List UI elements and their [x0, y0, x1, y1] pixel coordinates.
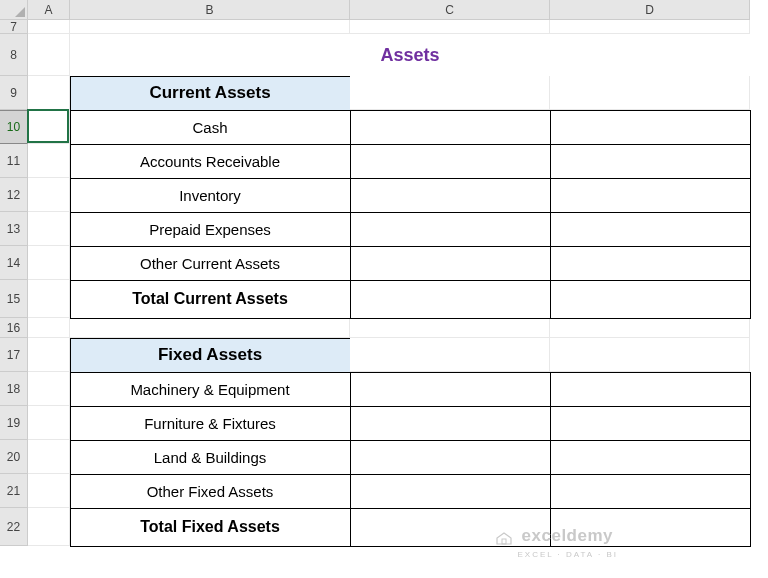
- cell[interactable]: [550, 338, 750, 372]
- total-value-cell[interactable]: [350, 508, 551, 547]
- value-cell[interactable]: [550, 440, 751, 475]
- value-cell[interactable]: [350, 474, 551, 509]
- row-header-13[interactable]: 13: [0, 212, 28, 246]
- cell[interactable]: [28, 76, 70, 110]
- row-header-22[interactable]: 22: [0, 508, 28, 546]
- value-cell[interactable]: [350, 144, 551, 179]
- value-cell[interactable]: [550, 474, 751, 509]
- row-header-21[interactable]: 21: [0, 474, 28, 508]
- cell[interactable]: [550, 318, 750, 338]
- row-header-19[interactable]: 19: [0, 406, 28, 440]
- value-cell[interactable]: [550, 178, 751, 213]
- section-header: Current Assets: [70, 76, 351, 111]
- total-value-cell[interactable]: [350, 280, 551, 319]
- line-item-label[interactable]: Furniture & Fixtures: [70, 406, 351, 441]
- line-item-label[interactable]: Prepaid Expenses: [70, 212, 351, 247]
- value-cell[interactable]: [350, 246, 551, 281]
- value-cell[interactable]: [350, 110, 551, 145]
- page-title: Assets: [70, 34, 750, 76]
- col-header-d[interactable]: D: [550, 0, 750, 20]
- row-header-10[interactable]: 10: [0, 110, 28, 144]
- row-header-7[interactable]: 7: [0, 20, 28, 34]
- cell[interactable]: [28, 474, 70, 508]
- row-header-8[interactable]: 8: [0, 34, 28, 76]
- cell[interactable]: [28, 406, 70, 440]
- cell[interactable]: [28, 212, 70, 246]
- cell[interactable]: [28, 144, 70, 178]
- section-header: Fixed Assets: [70, 338, 351, 373]
- row-header-18[interactable]: 18: [0, 372, 28, 406]
- spreadsheet-grid[interactable]: ABCD78910111213141516171819202122AssetsC…: [0, 0, 768, 546]
- value-cell[interactable]: [550, 372, 751, 407]
- value-cell[interactable]: [350, 372, 551, 407]
- section-total-label: Total Current Assets: [70, 280, 351, 319]
- cell[interactable]: [28, 440, 70, 474]
- row-header-15[interactable]: 15: [0, 280, 28, 318]
- cell[interactable]: [28, 372, 70, 406]
- cell[interactable]: [28, 338, 70, 372]
- watermark-tag: EXCEL · DATA · BI: [517, 550, 618, 559]
- select-all-corner[interactable]: [0, 0, 28, 20]
- value-cell[interactable]: [350, 440, 551, 475]
- value-cell[interactable]: [550, 144, 751, 179]
- cell[interactable]: [70, 20, 350, 34]
- cell[interactable]: [550, 20, 750, 34]
- line-item-label[interactable]: Cash: [70, 110, 351, 145]
- cell[interactable]: [28, 246, 70, 280]
- total-value-cell[interactable]: [550, 280, 751, 319]
- col-header-c[interactable]: C: [350, 0, 550, 20]
- cell[interactable]: [550, 76, 750, 110]
- row-header-17[interactable]: 17: [0, 338, 28, 372]
- value-cell[interactable]: [550, 212, 751, 247]
- value-cell[interactable]: [550, 406, 751, 441]
- line-item-label[interactable]: Other Current Assets: [70, 246, 351, 281]
- cell[interactable]: [350, 318, 550, 338]
- row-header-9[interactable]: 9: [0, 76, 28, 110]
- cell[interactable]: [28, 178, 70, 212]
- value-cell[interactable]: [350, 406, 551, 441]
- col-header-a[interactable]: A: [28, 0, 70, 20]
- value-cell[interactable]: [550, 110, 751, 145]
- cell[interactable]: [350, 76, 550, 110]
- section-total-label: Total Fixed Assets: [70, 508, 351, 547]
- row-header-20[interactable]: 20: [0, 440, 28, 474]
- value-cell[interactable]: [350, 178, 551, 213]
- line-item-label[interactable]: Machinery & Equipment: [70, 372, 351, 407]
- cell[interactable]: [28, 508, 70, 546]
- line-item-label[interactable]: Accounts Receivable: [70, 144, 351, 179]
- col-header-b[interactable]: B: [70, 0, 350, 20]
- cell[interactable]: [350, 338, 550, 372]
- cell[interactable]: [350, 20, 550, 34]
- total-value-cell[interactable]: [550, 508, 751, 547]
- row-header-12[interactable]: 12: [0, 178, 28, 212]
- cell[interactable]: [28, 110, 70, 144]
- line-item-label[interactable]: Other Fixed Assets: [70, 474, 351, 509]
- cell[interactable]: [28, 20, 70, 34]
- value-cell[interactable]: [350, 212, 551, 247]
- line-item-label[interactable]: Land & Buildings: [70, 440, 351, 475]
- cell[interactable]: [70, 318, 350, 338]
- cell[interactable]: [28, 280, 70, 318]
- row-header-14[interactable]: 14: [0, 246, 28, 280]
- cell[interactable]: [28, 318, 70, 338]
- line-item-label[interactable]: Inventory: [70, 178, 351, 213]
- row-header-11[interactable]: 11: [0, 144, 28, 178]
- value-cell[interactable]: [550, 246, 751, 281]
- cell[interactable]: [28, 34, 70, 76]
- row-header-16[interactable]: 16: [0, 318, 28, 338]
